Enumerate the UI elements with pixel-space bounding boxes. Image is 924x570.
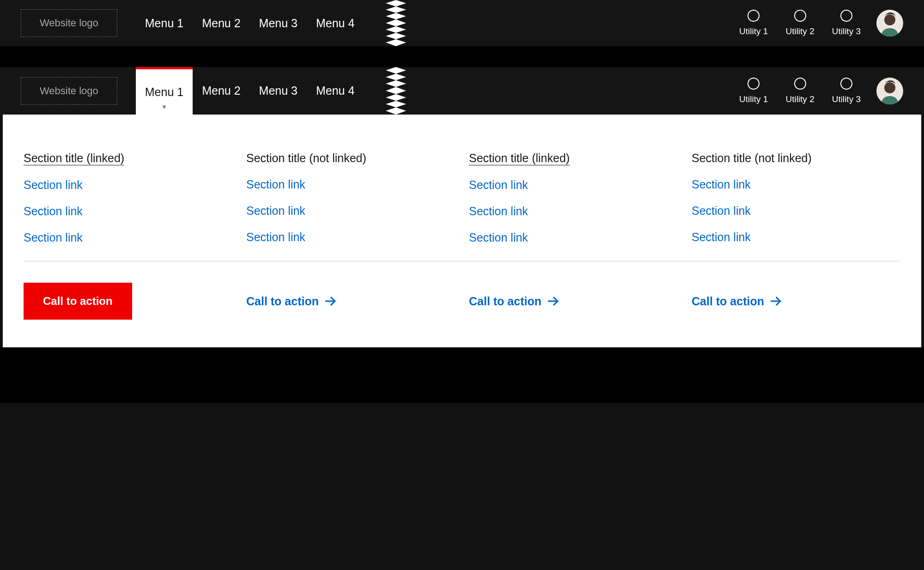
section-title-linked[interactable]: Section title (linked) <box>24 152 124 165</box>
section-link-list: Section link Section link Section link <box>469 178 678 244</box>
menu-item-2[interactable]: Menu 2 <box>193 67 249 115</box>
footer-space <box>0 347 924 403</box>
cta-row: Call to action Call to action Call to ac… <box>24 283 900 320</box>
menu-item-label: Menu 1 <box>145 85 183 99</box>
page-tear-icon <box>386 0 406 46</box>
header-collapsed: Website logo Menu 1 Menu 2 Menu 3 Menu 4… <box>0 0 924 46</box>
utility-circle-icon <box>840 10 852 22</box>
utility-2[interactable]: Utility 2 <box>785 10 814 36</box>
utility-label: Utility 1 <box>739 94 768 104</box>
mega-column-1: Section title (linked) Section link Sect… <box>24 152 232 257</box>
utility-circle-icon <box>748 78 760 90</box>
section-link[interactable]: Section link <box>469 231 678 244</box>
section-link[interactable]: Section link <box>692 178 900 191</box>
page-tear-icon <box>386 67 406 115</box>
menu-item-3[interactable]: Menu 3 <box>250 0 307 46</box>
cta-link[interactable]: Call to action <box>469 295 678 308</box>
section-link[interactable]: Section link <box>692 204 900 218</box>
primary-nav: Menu 1 Menu 2 Menu 3 Menu 4 <box>136 0 364 46</box>
utility-label: Utility 3 <box>832 94 861 104</box>
mega-column-2: Section title (not linked) Section link … <box>246 152 455 257</box>
utility-nav: Utility 1 Utility 2 Utility 3 <box>739 78 861 104</box>
cta-link[interactable]: Call to action <box>246 295 455 308</box>
menu-item-2[interactable]: Menu 2 <box>193 0 249 46</box>
mega-column-4: Section title (not linked) Section link … <box>692 152 900 257</box>
menu-item-4[interactable]: Menu 4 <box>307 0 364 46</box>
utility-circle-icon <box>748 10 760 22</box>
mega-menu-panel: Section title (linked) Section link Sect… <box>3 115 921 347</box>
spacer <box>0 46 924 67</box>
cta-link-label: Call to action <box>692 295 764 308</box>
menu-item-1[interactable]: Menu 1 <box>136 0 193 46</box>
menu-item-3[interactable]: Menu 3 <box>250 67 307 115</box>
cta-link-label: Call to action <box>246 295 319 308</box>
section-link[interactable]: Section link <box>692 230 900 244</box>
section-link-list: Section link Section link Section link <box>692 178 900 244</box>
menu-item-4[interactable]: Menu 4 <box>307 67 364 115</box>
website-logo[interactable]: Website logo <box>21 9 117 37</box>
section-link[interactable]: Section link <box>24 231 232 244</box>
section-title-linked[interactable]: Section title (linked) <box>469 152 570 165</box>
avatar[interactable] <box>876 10 903 36</box>
utility-label: Utility 1 <box>739 26 768 36</box>
header-expanded: Website logo Menu 1 ▼ Menu 2 Menu 3 Menu… <box>0 67 924 115</box>
arrow-right-icon <box>548 297 557 306</box>
utility-2[interactable]: Utility 2 <box>785 78 814 104</box>
section-link[interactable]: Section link <box>24 178 232 192</box>
arrow-right-icon <box>771 297 780 306</box>
utility-label: Utility 2 <box>785 94 814 104</box>
utility-label: Utility 3 <box>832 26 861 36</box>
mega-menu-columns: Section title (linked) Section link Sect… <box>24 152 900 257</box>
section-link[interactable]: Section link <box>246 178 455 191</box>
svg-point-1 <box>884 82 895 93</box>
section-link[interactable]: Section link <box>24 205 232 218</box>
cta-link[interactable]: Call to action <box>692 295 900 308</box>
primary-nav: Menu 1 ▼ Menu 2 Menu 3 Menu 4 <box>136 67 364 115</box>
utility-1[interactable]: Utility 1 <box>739 10 768 36</box>
utility-circle-icon <box>794 78 806 90</box>
cta-primary-button[interactable]: Call to action <box>24 283 132 320</box>
utility-nav: Utility 1 Utility 2 Utility 3 <box>739 10 861 36</box>
utility-1[interactable]: Utility 1 <box>739 78 768 104</box>
mega-column-3: Section title (linked) Section link Sect… <box>469 152 678 257</box>
section-link-list: Section link Section link Section link <box>246 178 455 244</box>
utility-label: Utility 2 <box>785 26 814 36</box>
menu-item-1-active[interactable]: Menu 1 ▼ <box>136 67 193 115</box>
caret-down-icon: ▼ <box>161 104 167 110</box>
utility-3[interactable]: Utility 3 <box>832 78 861 104</box>
arrow-right-icon <box>325 297 334 306</box>
section-link-list: Section link Section link Section link <box>24 178 232 244</box>
utility-circle-icon <box>840 78 852 90</box>
avatar[interactable] <box>876 78 903 104</box>
utility-circle-icon <box>794 10 806 22</box>
section-link[interactable]: Section link <box>469 178 678 192</box>
cta-link-label: Call to action <box>469 295 541 308</box>
avatar-icon <box>876 78 903 104</box>
section-link[interactable]: Section link <box>469 205 678 218</box>
website-logo[interactable]: Website logo <box>21 77 117 105</box>
utility-3[interactable]: Utility 3 <box>832 10 861 36</box>
divider <box>24 261 900 261</box>
svg-point-0 <box>884 14 895 25</box>
section-link[interactable]: Section link <box>246 204 455 218</box>
section-title: Section title (not linked) <box>692 152 812 165</box>
section-link[interactable]: Section link <box>246 230 455 244</box>
section-title: Section title (not linked) <box>246 152 366 165</box>
avatar-icon <box>876 10 903 36</box>
